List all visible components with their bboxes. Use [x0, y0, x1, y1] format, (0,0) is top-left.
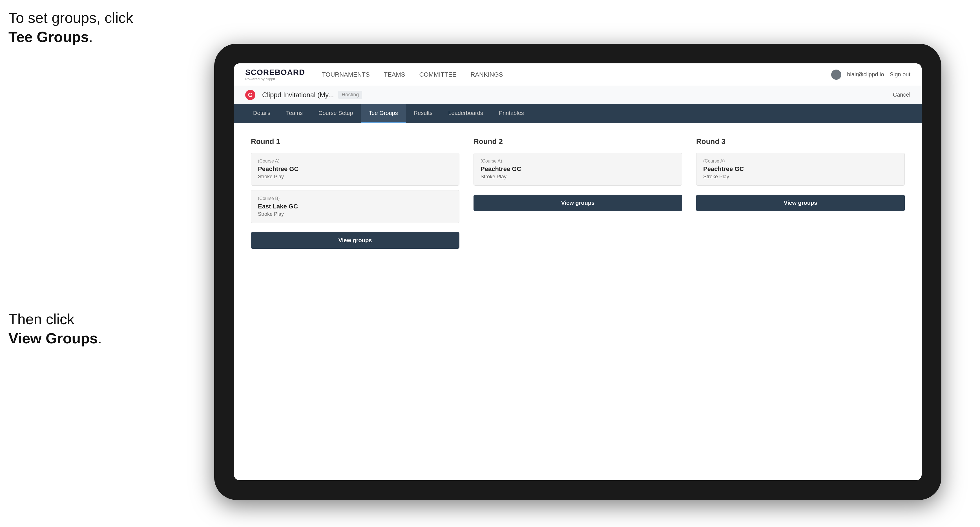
round-3-title: Round 3	[696, 137, 905, 146]
user-email: blair@clippd.io	[847, 71, 884, 78]
tab-teams[interactable]: Teams	[278, 104, 310, 123]
nav-committee[interactable]: COMMITTEE	[419, 69, 457, 81]
view-groups-button-round-3[interactable]: View groups	[696, 195, 905, 211]
sub-header: C Clippd Invitational (My... Hosting Can…	[234, 86, 922, 104]
logo-sub: Powered by clippit	[245, 77, 305, 81]
round-1-course-b-label: (Course B)	[258, 196, 452, 201]
round-1-course-a-name: Peachtree GC	[258, 165, 452, 173]
round-3-course-a-card: (Course A) Peachtree GC Stroke Play	[696, 153, 905, 186]
instruction-view-groups-emphasis: View Groups	[8, 330, 98, 346]
nav-teams[interactable]: TEAMS	[384, 69, 405, 81]
tab-course-setup[interactable]: Course Setup	[310, 104, 361, 123]
sub-logo-c: C	[245, 90, 255, 100]
round-3-course-a-format: Stroke Play	[703, 174, 898, 180]
sub-title: Clippd Invitational (My...	[262, 91, 334, 99]
logo-area: SCOREBOARD Powered by clippit	[245, 68, 305, 81]
tab-printables[interactable]: Printables	[491, 104, 532, 123]
round-1-course-b-format: Stroke Play	[258, 211, 452, 217]
round-2-course-a-label: (Course A)	[480, 159, 675, 163]
logo-text: SCOREBOARD	[245, 68, 305, 77]
round-1-course-a-card: (Course A) Peachtree GC Stroke Play	[251, 153, 460, 186]
top-nav: SCOREBOARD Powered by clippit TOURNAMENT…	[234, 63, 922, 86]
rounds-container: Round 1 (Course A) Peachtree GC Stroke P…	[251, 137, 905, 249]
instruction-bottom: Then click View Groups.	[8, 310, 102, 348]
round-1-column: Round 1 (Course A) Peachtree GC Stroke P…	[251, 137, 460, 249]
tablet-frame: SCOREBOARD Powered by clippit TOURNAMENT…	[214, 44, 942, 500]
tab-details[interactable]: Details	[245, 104, 278, 123]
main-content: Round 1 (Course A) Peachtree GC Stroke P…	[234, 123, 922, 480]
round-1-course-b-name: East Lake GC	[258, 203, 452, 210]
round-3-course-a-label: (Course A)	[703, 159, 898, 163]
nav-links: TOURNAMENTS TEAMS COMMITTEE RANKINGS	[322, 69, 831, 81]
nav-tournaments[interactable]: TOURNAMENTS	[322, 69, 370, 81]
instruction-bottom-line1: Then click	[8, 311, 75, 327]
round-2-column: Round 2 (Course A) Peachtree GC Stroke P…	[474, 137, 682, 249]
round-1-course-b-card: (Course B) East Lake GC Stroke Play	[251, 190, 460, 223]
tab-bar: Details Teams Course Setup Tee Groups Re…	[234, 104, 922, 123]
round-1-course-a-label: (Course A)	[258, 159, 452, 163]
instruction-period-2: .	[98, 330, 102, 346]
nav-rankings[interactable]: RANKINGS	[471, 69, 503, 81]
cancel-button[interactable]: Cancel	[893, 92, 910, 98]
round-3-course-a-name: Peachtree GC	[703, 165, 898, 173]
round-1-title: Round 1	[251, 137, 460, 146]
hosting-badge: Hosting	[338, 91, 362, 99]
view-groups-button-round-2[interactable]: View groups	[474, 195, 682, 211]
round-2-course-a-name: Peachtree GC	[480, 165, 675, 173]
sub-header-left: C Clippd Invitational (My... Hosting	[245, 90, 362, 100]
sign-out-link[interactable]: Sign out	[890, 71, 910, 78]
view-groups-button-round-1[interactable]: View groups	[251, 232, 460, 249]
tab-leaderboards[interactable]: Leaderboards	[440, 104, 491, 123]
round-2-course-a-format: Stroke Play	[480, 174, 675, 180]
user-avatar	[831, 70, 841, 80]
round-2-course-a-card: (Course A) Peachtree GC Stroke Play	[474, 153, 682, 186]
tablet-screen: SCOREBOARD Powered by clippit TOURNAMENT…	[234, 63, 922, 480]
instruction-top-line1: To set groups, click	[8, 10, 133, 26]
round-1-course-a-format: Stroke Play	[258, 174, 452, 180]
instruction-top: To set groups, click Tee Groups.	[8, 8, 133, 46]
tab-results[interactable]: Results	[406, 104, 441, 123]
round-2-title: Round 2	[474, 137, 682, 146]
nav-right: blair@clippd.io Sign out	[831, 70, 910, 80]
tab-tee-groups[interactable]: Tee Groups	[361, 104, 406, 123]
round-3-column: Round 3 (Course A) Peachtree GC Stroke P…	[696, 137, 905, 249]
instruction-period-1: .	[89, 29, 93, 45]
instruction-tee-groups-emphasis: Tee Groups	[8, 29, 89, 45]
